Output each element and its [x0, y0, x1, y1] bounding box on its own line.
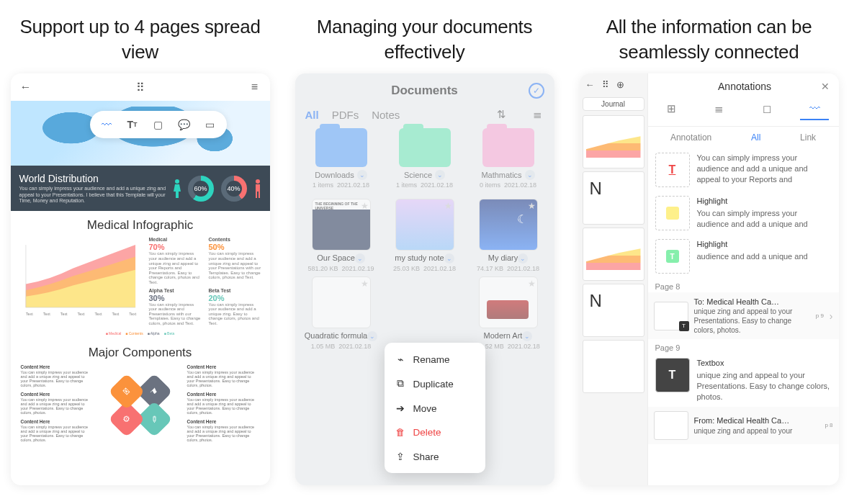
view-scribble-icon[interactable]: 〰	[800, 102, 829, 120]
menu-icon[interactable]: ≡	[248, 81, 261, 94]
menu-share[interactable]: ⇪Share	[385, 444, 485, 469]
screen-annotations: ← ⠿ ⊕ Journal N N Annotations ✕ ⊞	[580, 73, 839, 485]
annotation-item[interactable]: T Highlightaudience and add a unique and	[648, 235, 839, 278]
link-item-from[interactable]: From: Medical Health Ca…unique zing and …	[648, 407, 839, 444]
star-icon[interactable]: ★	[361, 201, 369, 211]
doc-thumbnail: ★	[479, 276, 538, 328]
annotation-view-tabs: ⊞ ≣ ◻ 〰	[648, 99, 839, 127]
move-icon: ➔	[395, 402, 406, 414]
page-thumb-3[interactable]	[583, 228, 644, 281]
grid-icon[interactable]: ⠿	[602, 79, 609, 90]
world-title: World Distribution	[19, 173, 166, 184]
annotation-item-textbox[interactable]: T Textboxunique zing and appeal to your …	[648, 354, 839, 406]
doc-thumbnail: ★	[479, 199, 538, 251]
chevron-down-icon[interactable]: ⌄	[355, 253, 365, 264]
star-icon[interactable]: ★	[361, 279, 369, 289]
page-thumb-2[interactable]: N	[583, 171, 644, 225]
floating-toolbar: 〰 TT ▢ 💬 ▭	[90, 111, 227, 138]
image-tool-icon[interactable]: ▢	[149, 115, 168, 134]
area-chart: Text Text Text Text Text Text Text	[18, 237, 143, 323]
doc-our-space[interactable]: ★ Our Space⌄ 581.20 KB 2021.02.19	[301, 199, 382, 272]
folder-mathmatics[interactable]: Mathmatics⌄ 0 items 2021.02.18	[468, 128, 549, 189]
chevron-down-icon[interactable]: ⌄	[357, 170, 367, 180]
doc-modern-art[interactable]: ★ Modern Art⌄ 59.52 MB 2021.02.18	[468, 276, 549, 350]
documents-title: Documents	[391, 84, 458, 98]
page-header-8: Page 8	[648, 278, 839, 292]
subtab-annotation[interactable]: Annotation	[670, 132, 711, 143]
menu-rename[interactable]: ⌁Rename	[385, 347, 485, 372]
doc-thumbnail: ★	[312, 199, 371, 251]
scribble-icon[interactable]: 〰	[97, 115, 116, 134]
select-mode-toggle[interactable]: ✓	[529, 83, 544, 99]
menu-duplicate[interactable]: ⧉Duplicate	[385, 372, 485, 396]
note-icon[interactable]: ▭	[201, 115, 220, 134]
comment-icon[interactable]: 💬	[175, 115, 194, 134]
world-subtitle: You can simply impress your audience and…	[19, 186, 166, 204]
back-icon[interactable]: ←	[585, 79, 595, 90]
svg-point-1	[256, 179, 260, 184]
annotation-item[interactable]: T You can simply impress your audience a…	[648, 148, 839, 192]
world-distribution-bar: World Distribution You can simply impres…	[11, 166, 270, 211]
view-list-icon[interactable]: ≣	[705, 102, 734, 120]
person-male-icon	[254, 179, 261, 198]
chevron-down-icon[interactable]: ⌄	[522, 331, 532, 341]
chevron-down-icon[interactable]: ⌄	[444, 253, 454, 264]
close-icon[interactable]: ✕	[821, 81, 830, 92]
menu-delete[interactable]: 🗑Delete	[385, 420, 485, 444]
add-icon[interactable]: ⊕	[616, 79, 624, 90]
donut-1: 60%	[188, 176, 214, 202]
chevron-down-icon[interactable]: ⌄	[367, 331, 377, 341]
annotations-panel: Annotations ✕ ⊞ ≣ ◻ 〰 Annotation All Lin…	[648, 73, 839, 485]
text-tool-icon[interactable]: TT	[123, 115, 142, 134]
tab-all[interactable]: All	[305, 109, 319, 121]
menu-move[interactable]: ➔Move	[385, 396, 485, 420]
tab-notes[interactable]: Notes	[372, 109, 400, 121]
grid-icon[interactable]: ⠿	[134, 81, 147, 94]
view-bookmark-icon[interactable]: ◻	[753, 102, 781, 120]
view-grid-icon[interactable]: ⊞	[657, 102, 686, 120]
back-icon[interactable]: ←	[19, 81, 32, 94]
svg-text:Text: Text	[77, 312, 84, 316]
textbox-thumb: T	[655, 358, 690, 392]
subtab-link[interactable]: Link	[800, 132, 816, 143]
subtab-all[interactable]: All	[751, 132, 760, 143]
tab-pdfs[interactable]: PDFs	[332, 109, 359, 121]
chevron-down-icon[interactable]: ⌄	[435, 170, 445, 180]
svg-text:Text: Text	[25, 312, 32, 316]
headline-3: All the information can be seamlessly co…	[569, 0, 849, 73]
svg-text:Text: Text	[112, 312, 119, 316]
headline-1: Support up to 4 pages spread view	[0, 0, 280, 73]
annotation-thumb	[655, 196, 690, 230]
share-icon: ⇪	[395, 451, 406, 462]
folder-science[interactable]: Science⌄ 1 items 2021.02.18	[385, 128, 465, 189]
list-view-icon[interactable]: ≣	[531, 108, 544, 121]
panel-title: Annotations	[718, 81, 771, 92]
doc-study-note[interactable]: ★ my study note⌄ 25.03 KB 2021.02.18	[385, 199, 465, 272]
doc-my-diary[interactable]: ★ My diary⌄ 74.17 KB 2021.02.18	[468, 199, 549, 272]
svg-rect-4	[259, 192, 260, 198]
link-item-to[interactable]: T To: Medical Health Ca…unique zing and …	[648, 292, 839, 339]
doc-thumbnail: ★	[395, 199, 454, 251]
chevron-down-icon[interactable]: ⌄	[525, 170, 535, 180]
stats-grid: Medical70%You can simply impress your au…	[148, 237, 262, 325]
journal-tab[interactable]: Journal	[583, 97, 644, 111]
person-female-icon	[174, 179, 181, 198]
context-menu: ⌁Rename ⧉Duplicate ➔Move 🗑Delete ⇪Share	[385, 343, 485, 473]
chevron-down-icon[interactable]: ⌄	[518, 253, 528, 264]
star-icon[interactable]: ★	[528, 201, 536, 211]
page-thumb-4[interactable]: N	[583, 284, 644, 337]
page-thumb-5[interactable]	[583, 340, 644, 393]
page-thumb-1[interactable]	[583, 115, 644, 168]
annotation-item[interactable]: HighlightYou can simply impress your aud…	[648, 192, 839, 235]
folder-downloads[interactable]: Downloads⌄ 1 items 2021.02.18	[301, 128, 382, 189]
filter-icon[interactable]: ⇅	[495, 108, 508, 121]
star-icon[interactable]: ★	[444, 201, 452, 211]
svg-rect-3	[256, 192, 257, 198]
link-thumb	[654, 411, 688, 440]
doc-quadratic[interactable]: ★ Quadratic formula⌄ 1.05 MB 2021.02.18	[301, 276, 382, 350]
svg-text:Text: Text	[42, 312, 50, 316]
donut-2: 40%	[221, 176, 247, 202]
rename-icon: ⌁	[395, 354, 406, 365]
star-icon[interactable]: ★	[528, 279, 536, 289]
diamond-diagram: ⚑ ✎ ⚙ ✉	[94, 360, 187, 452]
